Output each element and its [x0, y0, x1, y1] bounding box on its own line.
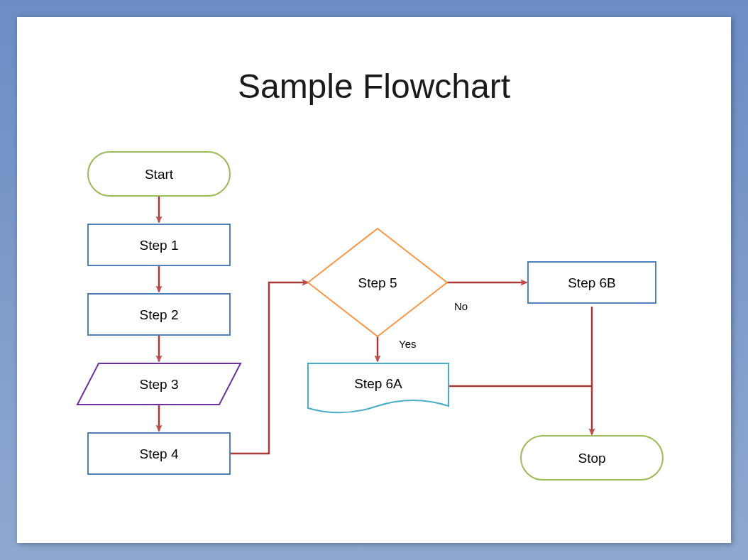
- node-step3: Step 3: [77, 363, 241, 405]
- node-step4-label: Step 4: [140, 446, 179, 461]
- edge-label-no: No: [454, 300, 468, 312]
- node-step5-label: Step 5: [358, 275, 397, 290]
- node-step1-label: Step 1: [140, 238, 179, 253]
- node-step2: Step 2: [88, 294, 230, 335]
- node-step6a-label: Step 6A: [354, 376, 402, 391]
- node-step1: Step 1: [88, 224, 230, 265]
- node-step5: Step 5: [308, 229, 447, 336]
- node-stop-label: Stop: [578, 451, 605, 466]
- edge-label-yes: Yes: [399, 338, 416, 350]
- node-step6b: Step 6B: [528, 262, 656, 303]
- node-stop: Stop: [521, 436, 663, 480]
- slide-canvas: Sample Flowchart: [17, 17, 731, 543]
- node-start: Start: [88, 152, 230, 196]
- node-step3-label: Step 3: [140, 377, 179, 392]
- node-step6b-label: Step 6B: [568, 275, 616, 290]
- flowchart-svg: Start Step 1 Step 2 Step 3 Step 4 Step 5: [17, 17, 731, 543]
- node-start-label: Start: [145, 167, 174, 182]
- node-step2-label: Step 2: [140, 307, 179, 322]
- node-step4: Step 4: [88, 433, 230, 474]
- node-step6a: Step 6A: [308, 363, 449, 412]
